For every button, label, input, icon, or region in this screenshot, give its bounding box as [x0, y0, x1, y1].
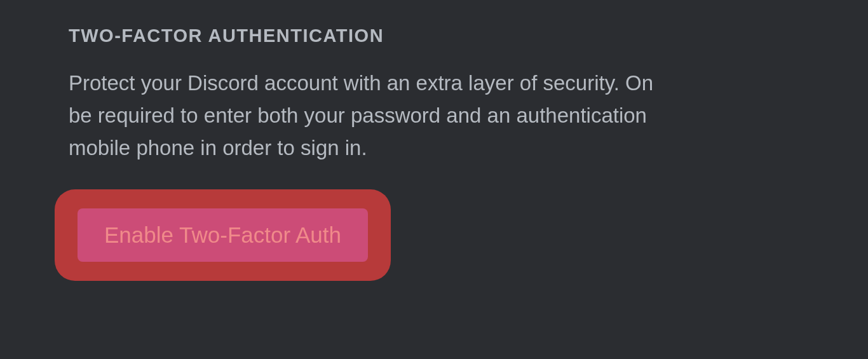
- two-factor-auth-section: TWO-FACTOR AUTHENTICATION Protect your D…: [0, 0, 868, 281]
- section-heading: TWO-FACTOR AUTHENTICATION: [69, 25, 868, 46]
- section-description: Protect your Discord account with an ext…: [69, 67, 868, 164]
- highlight-annotation: Enable Two-Factor Auth: [55, 189, 391, 281]
- enable-two-factor-button[interactable]: Enable Two-Factor Auth: [78, 208, 368, 262]
